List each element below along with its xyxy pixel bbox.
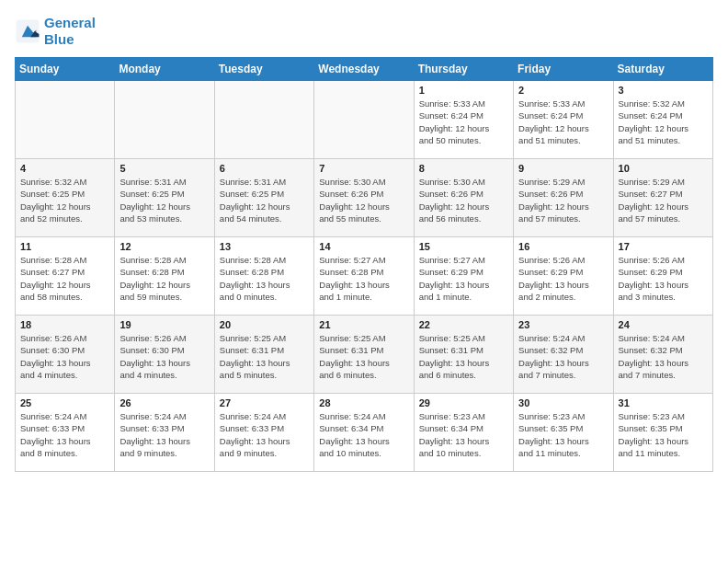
day-number: 12	[119, 241, 209, 252]
day-number: 11	[20, 241, 109, 252]
day-detail: Sunrise: 5:28 AM Sunset: 6:28 PM Dayligh…	[220, 254, 309, 303]
day-number: 18	[20, 319, 109, 330]
weekday-header: Thursday	[414, 58, 513, 81]
day-number: 5	[119, 163, 209, 174]
day-detail: Sunrise: 5:33 AM Sunset: 6:24 PM Dayligh…	[518, 98, 608, 146]
calendar-cell: 15Sunrise: 5:27 AM Sunset: 6:29 PM Dayli…	[414, 237, 513, 316]
day-detail: Sunrise: 5:26 AM Sunset: 6:30 PM Dayligh…	[119, 332, 209, 381]
day-detail: Sunrise: 5:23 AM Sunset: 6:35 PM Dayligh…	[619, 410, 708, 459]
day-number: 4	[20, 163, 109, 174]
weekday-header: Wednesday	[314, 58, 414, 81]
day-number: 24	[619, 319, 708, 330]
calendar-cell: 20Sunrise: 5:25 AM Sunset: 6:31 PM Dayli…	[214, 316, 313, 394]
calendar-cell: 26Sunrise: 5:24 AM Sunset: 6:33 PM Dayli…	[115, 394, 214, 472]
day-number: 21	[319, 319, 408, 330]
calendar-cell: 5Sunrise: 5:31 AM Sunset: 6:25 PM Daylig…	[115, 159, 214, 237]
calendar-cell: 17Sunrise: 5:26 AM Sunset: 6:29 PM Dayli…	[613, 237, 712, 316]
day-detail: Sunrise: 5:32 AM Sunset: 6:24 PM Dayligh…	[619, 98, 708, 146]
calendar-cell: 21Sunrise: 5:25 AM Sunset: 6:31 PM Dayli…	[314, 316, 414, 394]
calendar-week-row: 4Sunrise: 5:32 AM Sunset: 6:25 PM Daylig…	[16, 159, 713, 237]
day-number: 6	[220, 163, 309, 174]
calendar-cell: 30Sunrise: 5:23 AM Sunset: 6:35 PM Dayli…	[514, 394, 613, 472]
day-detail: Sunrise: 5:28 AM Sunset: 6:28 PM Dayligh…	[119, 254, 209, 303]
calendar-cell: 13Sunrise: 5:28 AM Sunset: 6:28 PM Dayli…	[214, 237, 313, 316]
day-detail: Sunrise: 5:25 AM Sunset: 6:31 PM Dayligh…	[220, 332, 309, 381]
day-detail: Sunrise: 5:24 AM Sunset: 6:33 PM Dayligh…	[119, 410, 209, 459]
calendar-cell: 12Sunrise: 5:28 AM Sunset: 6:28 PM Dayli…	[115, 237, 214, 316]
day-detail: Sunrise: 5:23 AM Sunset: 6:34 PM Dayligh…	[419, 410, 508, 459]
calendar-header-row: SundayMondayTuesdayWednesdayThursdayFrid…	[16, 58, 713, 81]
calendar-cell: 24Sunrise: 5:24 AM Sunset: 6:32 PM Dayli…	[613, 316, 712, 394]
day-number: 14	[319, 241, 408, 252]
calendar-cell: 29Sunrise: 5:23 AM Sunset: 6:34 PM Dayli…	[414, 394, 513, 472]
calendar-cell	[115, 81, 214, 159]
calendar-cell: 16Sunrise: 5:26 AM Sunset: 6:29 PM Dayli…	[514, 237, 613, 316]
calendar-week-row: 25Sunrise: 5:24 AM Sunset: 6:33 PM Dayli…	[16, 394, 713, 472]
day-number: 7	[319, 163, 408, 174]
weekday-header: Sunday	[16, 58, 115, 81]
calendar-body: 1Sunrise: 5:33 AM Sunset: 6:24 PM Daylig…	[16, 81, 713, 472]
calendar-cell: 4Sunrise: 5:32 AM Sunset: 6:25 PM Daylig…	[16, 159, 115, 237]
calendar-cell: 9Sunrise: 5:29 AM Sunset: 6:26 PM Daylig…	[514, 159, 613, 237]
day-number: 3	[619, 85, 708, 96]
day-detail: Sunrise: 5:31 AM Sunset: 6:25 PM Dayligh…	[119, 176, 209, 224]
day-detail: Sunrise: 5:25 AM Sunset: 6:31 PM Dayligh…	[319, 332, 408, 381]
day-detail: Sunrise: 5:23 AM Sunset: 6:35 PM Dayligh…	[518, 410, 608, 459]
calendar-cell: 23Sunrise: 5:24 AM Sunset: 6:32 PM Dayli…	[514, 316, 613, 394]
weekday-header: Saturday	[613, 58, 712, 81]
day-number: 23	[518, 319, 608, 330]
calendar-cell: 2Sunrise: 5:33 AM Sunset: 6:24 PM Daylig…	[514, 81, 613, 159]
day-number: 1	[419, 85, 508, 96]
calendar-cell: 1Sunrise: 5:33 AM Sunset: 6:24 PM Daylig…	[414, 81, 513, 159]
day-number: 25	[20, 397, 109, 408]
calendar-cell: 27Sunrise: 5:24 AM Sunset: 6:33 PM Dayli…	[214, 394, 313, 472]
day-number: 27	[220, 397, 309, 408]
logo-icon	[15, 18, 40, 44]
calendar-cell: 3Sunrise: 5:32 AM Sunset: 6:24 PM Daylig…	[613, 81, 712, 159]
day-number: 16	[518, 241, 608, 252]
calendar-cell: 22Sunrise: 5:25 AM Sunset: 6:31 PM Dayli…	[414, 316, 513, 394]
day-detail: Sunrise: 5:24 AM Sunset: 6:32 PM Dayligh…	[518, 332, 608, 381]
day-detail: Sunrise: 5:26 AM Sunset: 6:29 PM Dayligh…	[518, 254, 608, 303]
calendar-cell: 8Sunrise: 5:30 AM Sunset: 6:26 PM Daylig…	[414, 159, 513, 237]
day-number: 10	[619, 163, 708, 174]
day-detail: Sunrise: 5:32 AM Sunset: 6:25 PM Dayligh…	[20, 176, 109, 224]
day-detail: Sunrise: 5:24 AM Sunset: 6:32 PM Dayligh…	[619, 332, 708, 381]
calendar-cell: 19Sunrise: 5:26 AM Sunset: 6:30 PM Dayli…	[115, 316, 214, 394]
calendar-table: SundayMondayTuesdayWednesdayThursdayFrid…	[15, 57, 713, 472]
calendar-cell: 31Sunrise: 5:23 AM Sunset: 6:35 PM Dayli…	[613, 394, 712, 472]
day-number: 31	[619, 397, 708, 408]
calendar-week-row: 11Sunrise: 5:28 AM Sunset: 6:27 PM Dayli…	[16, 237, 713, 316]
day-detail: Sunrise: 5:27 AM Sunset: 6:28 PM Dayligh…	[319, 254, 408, 303]
day-detail: Sunrise: 5:25 AM Sunset: 6:31 PM Dayligh…	[419, 332, 508, 381]
logo-text: General Blue	[44, 15, 96, 48]
day-detail: Sunrise: 5:29 AM Sunset: 6:27 PM Dayligh…	[619, 176, 708, 224]
weekday-header: Monday	[115, 58, 214, 81]
day-detail: Sunrise: 5:26 AM Sunset: 6:29 PM Dayligh…	[619, 254, 708, 303]
day-detail: Sunrise: 5:33 AM Sunset: 6:24 PM Dayligh…	[419, 98, 508, 146]
day-number: 28	[319, 397, 408, 408]
weekday-header: Friday	[514, 58, 613, 81]
calendar-cell: 11Sunrise: 5:28 AM Sunset: 6:27 PM Dayli…	[16, 237, 115, 316]
day-number: 9	[518, 163, 608, 174]
day-detail: Sunrise: 5:30 AM Sunset: 6:26 PM Dayligh…	[419, 176, 508, 224]
calendar-cell	[16, 81, 115, 159]
day-detail: Sunrise: 5:26 AM Sunset: 6:30 PM Dayligh…	[20, 332, 109, 381]
calendar-cell: 14Sunrise: 5:27 AM Sunset: 6:28 PM Dayli…	[314, 237, 414, 316]
day-detail: Sunrise: 5:31 AM Sunset: 6:25 PM Dayligh…	[220, 176, 309, 224]
day-number: 17	[619, 241, 708, 252]
day-number: 26	[119, 397, 209, 408]
day-number: 8	[419, 163, 508, 174]
page-header: General Blue	[15, 15, 713, 48]
weekday-header: Tuesday	[214, 58, 313, 81]
calendar-cell: 7Sunrise: 5:30 AM Sunset: 6:26 PM Daylig…	[314, 159, 414, 237]
day-number: 29	[419, 397, 508, 408]
day-detail: Sunrise: 5:30 AM Sunset: 6:26 PM Dayligh…	[319, 176, 408, 224]
calendar-cell: 18Sunrise: 5:26 AM Sunset: 6:30 PM Dayli…	[16, 316, 115, 394]
calendar-cell: 25Sunrise: 5:24 AM Sunset: 6:33 PM Dayli…	[16, 394, 115, 472]
calendar-week-row: 1Sunrise: 5:33 AM Sunset: 6:24 PM Daylig…	[16, 81, 713, 159]
day-detail: Sunrise: 5:27 AM Sunset: 6:29 PM Dayligh…	[419, 254, 508, 303]
day-detail: Sunrise: 5:24 AM Sunset: 6:33 PM Dayligh…	[20, 410, 109, 459]
day-detail: Sunrise: 5:24 AM Sunset: 6:34 PM Dayligh…	[319, 410, 408, 459]
calendar-cell: 28Sunrise: 5:24 AM Sunset: 6:34 PM Dayli…	[314, 394, 414, 472]
